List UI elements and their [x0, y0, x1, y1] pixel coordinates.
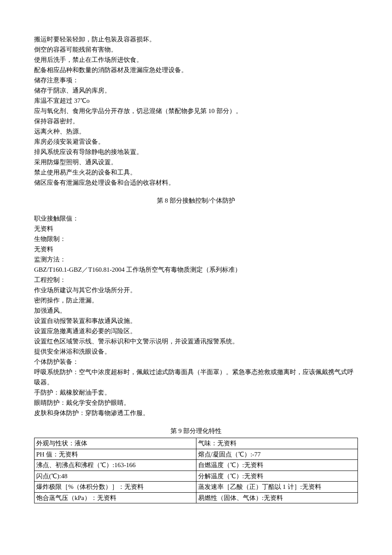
- section8-title: 第 8 部分接触控制/个体防护: [34, 195, 358, 206]
- section7-body: 搬运时要轻装轻卸，防止包装及容器损坏。倒空的容器可能残留有害物。使用后洗手，禁止…: [34, 34, 358, 188]
- section8-line: 呼吸系统防护：空气中浓度超标时，佩戴过滤式防毒面具（半面罩）。紧急事态抢救或撤离…: [34, 367, 358, 387]
- table-row: 爆炸极限［%（体积分数）］：无资料蒸发速率［乙酸（正）丁酯以 1 计］:无资料: [35, 482, 358, 493]
- section7-line: 保持容器密封。: [34, 116, 358, 126]
- section8-line: GBZ/T160.1-GBZ／T160.81-2004 工作场所空气有毒物质测定…: [34, 264, 358, 275]
- section7-line: 远离火种、热源。: [34, 126, 358, 137]
- table-cell-left: 沸点、初沸点和沸程（℃）:163-166: [35, 460, 196, 471]
- section8-line: 设置自动报警装置和事故通风设施。: [34, 316, 358, 326]
- section8-line: 生物限制：: [34, 234, 358, 244]
- section7-line: 储区应备有泄漏应急处理设备和合适的收容材料。: [34, 177, 358, 188]
- section7-line: 排风系统应设有导除静电的接地装置。: [34, 147, 358, 157]
- table-cell-left: PH 值：无资料: [35, 449, 196, 460]
- table-cell-left: 外观与性状：液体: [35, 438, 196, 449]
- section7-line: 禁止使用易产生火花的设备和工具。: [34, 167, 358, 177]
- section8-body: 职业接触限值：无资料生物限制：无资料监测方法：GBZ/T160.1-GBZ／T1…: [34, 213, 358, 418]
- section8-line: 监测方法：: [34, 254, 358, 264]
- table-cell-left: 闪点(℃):48: [35, 471, 196, 482]
- section8-line: 眼睛防护：戴化学安全防护眼睛。: [34, 398, 358, 408]
- section8-line: 提供安全淋浴和洗眼设备。: [34, 346, 358, 357]
- table-cell-right: 气味：无资料: [196, 438, 358, 449]
- section8-line: 个体防护装备：: [34, 357, 358, 367]
- section7-line: 配备相应品种和数量的消防器材及泄漏应急处理设备。: [34, 65, 358, 75]
- section8-line: 加强通风。: [34, 305, 358, 316]
- table-row: 沸点、初沸点和沸程（℃）:163-166自燃温度（℃）:无资料: [35, 460, 358, 471]
- section7-line: 采用防爆型照明、通风设置。: [34, 157, 358, 167]
- section8-line: 职业接触限值：: [34, 213, 358, 224]
- section7-line: 库温不宜超过 37℃o: [34, 96, 358, 106]
- section9-title: 第 9 部分理化特性: [34, 426, 358, 436]
- table-cell-right: 易燃性（固体、气体）:无资料: [196, 492, 358, 503]
- table-row: 闪点(℃):48分解温度（℃）:无资料: [35, 471, 358, 482]
- section8-line: 手防护：戴橡胶耐油手套。: [34, 387, 358, 398]
- section7-line: 储存注意事项：: [34, 75, 358, 85]
- spacer: [34, 207, 358, 213]
- table-cell-left: 饱合蒸气压（kPa）：无资料: [35, 492, 196, 503]
- table-cell-right: 分解温度（℃）:无资料: [196, 471, 358, 482]
- section8-line: 无资料: [34, 224, 358, 234]
- section8-line: 设置红色区域警示线、警示标识和中文警示说明，并设置通讯报警系统。: [34, 336, 358, 346]
- section7-line: 储存于阴凉、通风的库房。: [34, 85, 358, 96]
- section9-table: 外观与性状：液体气味：无资料PH 值：无资料熔点/凝固点（℃）:-77沸点、初沸…: [34, 438, 358, 503]
- table-row: 饱合蒸气压（kPa）：无资料易燃性（固体、气体）:无资料: [35, 492, 358, 503]
- table-row: 外观与性状：液体气味：无资料: [35, 438, 358, 449]
- section7-line: 倒空的容器可能残留有害物。: [34, 44, 358, 55]
- section7-line: 应与氧化剂、食用化学品分开存放，切忌混储（禁配物参见第 10 部分）。: [34, 106, 358, 116]
- section8-line: 作业场所建议与其它作业场所分开。: [34, 285, 358, 295]
- section8-line: 皮肤和身体防护：穿防毒物渗透工作服。: [34, 408, 358, 418]
- table-cell-right: 熔点/凝固点（℃）:-77: [196, 449, 358, 460]
- section7-line: 使用后洗手，禁止在工作场所进饮食。: [34, 55, 358, 65]
- table-cell-left: 爆炸极限［%（体积分数）］：无资料: [35, 482, 196, 493]
- section8-line: 设置应急撤离通道和必要的泻险区。: [34, 326, 358, 336]
- section8-line: 无资料: [34, 244, 358, 254]
- section8-line: 密闭操作，防止泄漏。: [34, 295, 358, 305]
- table-cell-right: 自燃温度（℃）:无资料: [196, 460, 358, 471]
- section7-line: 搬运时要轻装轻卸，防止包装及容器损坏。: [34, 34, 358, 44]
- section7-line: 库房必须安装避雷设备。: [34, 137, 358, 147]
- table-cell-right: 蒸发速率［乙酸（正）丁酯以 1 计］:无资料: [196, 482, 358, 493]
- section8-line: 工程控制：: [34, 275, 358, 285]
- table-row: PH 值：无资料熔点/凝固点（℃）:-77: [35, 449, 358, 460]
